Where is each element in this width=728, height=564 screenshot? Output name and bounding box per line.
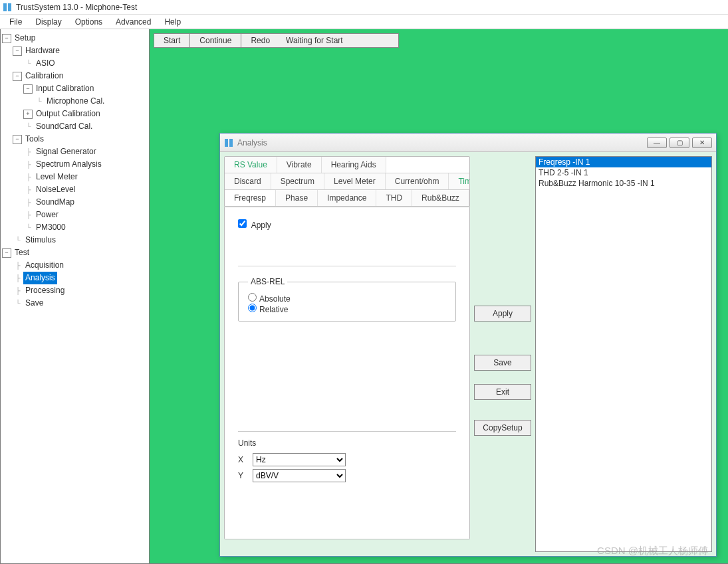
tree-acquisition[interactable]: Acquisition bbox=[23, 259, 66, 272]
list-item[interactable]: Rub&Buzz Harmonic 10-35 -IN 1 bbox=[536, 178, 711, 189]
save-button[interactable]: Save bbox=[474, 355, 531, 371]
tree-connector-icon: └ bbox=[13, 298, 23, 309]
list-item[interactable]: THD 2-5 -IN 1 bbox=[536, 167, 711, 178]
tree-asio[interactable]: ASIO bbox=[34, 57, 57, 70]
svg-rect-1 bbox=[8, 3, 11, 11]
tab-thd[interactable]: THD bbox=[376, 190, 412, 206]
window-title: TrustSystem 13.0 - Micphone-Test bbox=[16, 3, 137, 12]
collapse-icon[interactable]: − bbox=[2, 248, 11, 258]
menu-help[interactable]: Help bbox=[158, 16, 187, 28]
absrel-group: ABS-REL Absolute Relative bbox=[238, 277, 456, 322]
close-icon[interactable]: ✕ bbox=[692, 138, 712, 148]
collapse-icon[interactable]: − bbox=[23, 84, 33, 94]
app-icon bbox=[3, 3, 12, 12]
collapse-icon[interactable]: − bbox=[13, 135, 22, 144]
tab-level-meter[interactable]: Level Meter bbox=[324, 173, 386, 189]
apply-button[interactable]: Apply bbox=[474, 306, 531, 322]
tab-times[interactable]: Times bbox=[449, 173, 470, 189]
tab-control: RS Value Vibrate Hearing Aids Discard Sp… bbox=[224, 156, 470, 207]
dialog-title-bar[interactable]: Analysis — ▢ ✕ bbox=[220, 134, 716, 152]
tree-spectrum[interactable]: Spectrum Analysis bbox=[34, 158, 104, 171]
status-text: Waiting for Start bbox=[279, 33, 399, 48]
continue-button[interactable]: Continue bbox=[189, 33, 241, 48]
tree-connector-icon: └ bbox=[34, 96, 45, 107]
absolute-radio[interactable] bbox=[248, 293, 257, 302]
tree-analysis[interactable]: Analysis bbox=[23, 272, 57, 284]
tree-power[interactable]: Power bbox=[34, 209, 61, 221]
tree-input-cal[interactable]: Input Calibration bbox=[34, 82, 96, 95]
title-bar: TrustSystem 13.0 - Micphone-Test bbox=[0, 0, 728, 15]
tree-connector-icon: ├ bbox=[13, 285, 23, 296]
tab-discard[interactable]: Discard bbox=[225, 173, 271, 189]
tree-connector-icon: ├ bbox=[23, 184, 34, 195]
analysis-dialog: Analysis — ▢ ✕ RS Value Vibrate Hearing … bbox=[219, 133, 717, 557]
relative-radio[interactable] bbox=[248, 304, 257, 312]
dialog-title: Analysis bbox=[237, 138, 647, 147]
tree-connector-icon: └ bbox=[13, 235, 23, 246]
tree-connector-icon: ├ bbox=[23, 197, 34, 208]
tab-impedance[interactable]: Impedance bbox=[318, 190, 376, 206]
tree-processing[interactable]: Processing bbox=[23, 284, 66, 297]
menu-bar: File Display Options Advanced Help bbox=[0, 15, 728, 29]
tab-phase[interactable]: Phase bbox=[276, 190, 318, 206]
tree-level[interactable]: Level Meter bbox=[34, 171, 80, 183]
tree-connector-icon: ├ bbox=[23, 209, 34, 221]
tab-hearing-aids[interactable]: Hearing Aids bbox=[322, 157, 386, 173]
tree-output-cal[interactable]: Output Calibration bbox=[34, 108, 102, 120]
list-item[interactable]: Freqresp -IN 1 bbox=[536, 157, 711, 167]
apply-checkbox-row[interactable]: Apply bbox=[238, 221, 271, 230]
tree-mic-cal[interactable]: Microphone Cal. bbox=[45, 95, 106, 108]
copysetup-button[interactable]: CopySetup bbox=[474, 420, 531, 436]
tab-vibrate[interactable]: Vibrate bbox=[277, 157, 322, 173]
units-y-label: Y bbox=[238, 471, 247, 480]
tree-test[interactable]: Test bbox=[13, 246, 31, 259]
units-y-select[interactable]: dBV/V bbox=[253, 469, 346, 482]
tab-rs-value[interactable]: RS Value bbox=[225, 157, 277, 173]
redo-button[interactable]: Redo bbox=[241, 33, 279, 48]
tree-connector-icon: └ bbox=[23, 121, 34, 132]
tree-connector-icon: ├ bbox=[23, 159, 34, 170]
tree-tools[interactable]: Tools bbox=[23, 133, 46, 145]
svg-rect-3 bbox=[229, 139, 233, 147]
exit-button[interactable]: Exit bbox=[474, 384, 531, 400]
tree-connector-icon: ├ bbox=[23, 171, 34, 183]
tree-hardware[interactable]: Hardware bbox=[23, 45, 62, 57]
menu-options[interactable]: Options bbox=[68, 16, 109, 28]
tree-calibration[interactable]: Calibration bbox=[23, 70, 65, 82]
tree-connector-icon: ├ bbox=[13, 272, 23, 284]
maximize-icon[interactable]: ▢ bbox=[669, 138, 689, 148]
expand-icon[interactable]: + bbox=[23, 110, 33, 119]
analysis-list[interactable]: Freqresp -IN 1 THD 2-5 -IN 1 Rub&Buzz Ha… bbox=[535, 156, 712, 552]
collapse-icon[interactable]: − bbox=[13, 47, 22, 56]
tree-connector-icon: └ bbox=[23, 222, 34, 233]
tab-spectrum[interactable]: Spectrum bbox=[271, 173, 324, 189]
relative-radio-row[interactable]: Relative bbox=[248, 305, 288, 314]
tree-setup[interactable]: Setup bbox=[13, 32, 37, 45]
tree-connector-icon: ├ bbox=[13, 260, 23, 271]
tab-freqresp[interactable]: Freqresp bbox=[225, 190, 276, 206]
tree-signal-gen[interactable]: Signal Generator bbox=[34, 145, 98, 158]
tree-pm3000[interactable]: PM3000 bbox=[34, 221, 68, 234]
tree-stimulus[interactable]: Stimulus bbox=[23, 234, 58, 246]
menu-display[interactable]: Display bbox=[29, 16, 68, 28]
tree-soundcard-cal[interactable]: SoundCard Cal. bbox=[34, 120, 94, 133]
units-group: Units X Hz Y dBV/V bbox=[238, 438, 456, 485]
app-icon bbox=[224, 138, 233, 147]
collapse-icon[interactable]: − bbox=[13, 72, 22, 81]
tree-noise[interactable]: NoiseLevel bbox=[34, 183, 77, 196]
absolute-radio-row[interactable]: Absolute bbox=[248, 294, 291, 304]
tab-current-ohm[interactable]: Current/ohm bbox=[386, 173, 449, 189]
tree-soundmap[interactable]: SoundMap bbox=[34, 196, 76, 209]
collapse-icon[interactable]: − bbox=[2, 34, 11, 43]
tab-rubbuzz[interactable]: Rub&Buzz bbox=[412, 190, 469, 206]
units-x-select[interactable]: Hz bbox=[253, 453, 346, 466]
tree-connector-icon: └ bbox=[23, 58, 34, 69]
menu-file[interactable]: File bbox=[3, 16, 29, 28]
menu-advanced[interactable]: Advanced bbox=[109, 16, 158, 28]
absrel-legend: ABS-REL bbox=[248, 277, 287, 286]
start-button[interactable]: Start bbox=[154, 33, 189, 48]
tree-save[interactable]: Save bbox=[23, 297, 45, 310]
tree-panel[interactable]: −Setup −Hardware └ASIO −Calibration −Inp… bbox=[0, 29, 150, 564]
apply-checkbox[interactable] bbox=[238, 219, 247, 228]
minimize-icon[interactable]: — bbox=[647, 138, 667, 148]
